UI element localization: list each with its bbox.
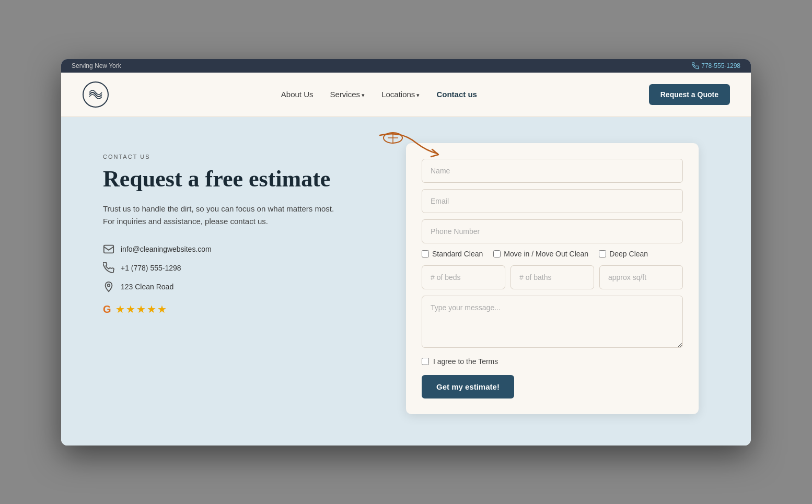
email-text: info@cleaningwebsites.com [121, 245, 212, 253]
phone-input[interactable] [422, 219, 683, 243]
baths-input[interactable] [511, 265, 594, 289]
movein-clean-label[interactable]: Move in / Move Out Clean [493, 250, 588, 258]
standard-clean-label[interactable]: Standard Clean [422, 250, 483, 258]
header: About Us Services Locations Contact us R… [61, 73, 751, 117]
terms-label[interactable]: I agree to the Terms [433, 357, 498, 366]
phone-info: +1 (778) 555-1298 [103, 262, 375, 274]
left-column: CONTACT US Request a free estimate Trust… [103, 143, 375, 316]
svg-point-5 [108, 284, 110, 287]
message-textarea[interactable] [422, 296, 683, 348]
beds-input[interactable] [422, 265, 505, 289]
movein-clean-checkbox[interactable] [493, 250, 501, 257]
location-icon [103, 281, 114, 292]
right-column: Standard Clean Move in / Move Out Clean … [406, 143, 699, 414]
serving-text: Serving New York [72, 62, 121, 69]
address-info: 123 Clean Road [103, 281, 375, 292]
standard-clean-checkbox[interactable] [422, 250, 429, 257]
nav-contact[interactable]: Contact us [436, 90, 477, 99]
star-rating: ★★★★★ [115, 303, 168, 315]
main-heading: Request a free estimate [103, 166, 375, 193]
property-details-row [422, 265, 683, 289]
service-checkboxes: Standard Clean Move in / Move Out Clean … [422, 250, 683, 258]
logo-icon [82, 81, 109, 108]
name-input[interactable] [422, 159, 683, 183]
phone-text: +1 (778) 555-1298 [121, 264, 181, 272]
nav-services[interactable]: Services [330, 90, 365, 99]
deep-clean-checkbox[interactable] [599, 250, 606, 257]
browser-window: Serving New York 778-555-1298 About Us S… [61, 59, 751, 446]
email-input[interactable] [422, 189, 683, 213]
email-info: info@cleaningwebsites.com [103, 243, 375, 255]
top-bar: Serving New York 778-555-1298 [61, 59, 751, 73]
phone-icon [103, 262, 114, 274]
nav-about[interactable]: About Us [281, 90, 314, 99]
section-label: CONTACT US [103, 154, 375, 160]
deep-clean-label[interactable]: Deep Clean [599, 250, 648, 258]
address-text: 123 Clean Road [121, 283, 173, 291]
logo-area [82, 81, 109, 108]
nav-locations[interactable]: Locations [381, 90, 420, 99]
google-rating: G ★★★★★ [103, 300, 375, 315]
terms-checkbox[interactable] [422, 358, 429, 365]
subtext: Trust us to handle the dirt, so you can … [103, 203, 375, 228]
sqft-input[interactable] [599, 265, 683, 289]
terms-row: I agree to the Terms [422, 357, 683, 366]
google-icon: G [103, 303, 111, 315]
email-icon [103, 243, 114, 255]
submit-button[interactable]: Get my estimate! [422, 375, 514, 398]
contact-form-card: Standard Clean Move in / Move Out Clean … [406, 143, 699, 414]
phone-link[interactable]: 778-555-1298 [692, 62, 740, 69]
main-content: CONTACT US Request a free estimate Trust… [61, 117, 751, 446]
contact-info-list: info@cleaningwebsites.com +1 (778) 555-1… [103, 243, 375, 315]
request-quote-button[interactable]: Request a Quote [649, 84, 730, 105]
phone-number-text: 778-555-1298 [701, 62, 740, 69]
arrow-annotation [375, 127, 448, 159]
main-nav: About Us Services Locations Contact us [281, 90, 477, 99]
svg-rect-4 [104, 245, 113, 253]
